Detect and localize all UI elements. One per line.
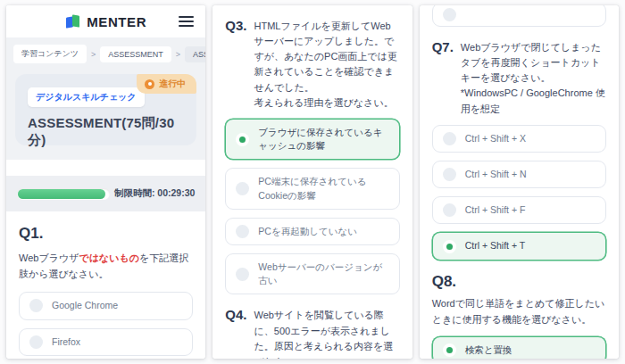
- panel-questions-3-4: Q3. HTMLファイルを更新してWebサーバーにアップしました。ですが、あなた…: [212, 5, 412, 359]
- breadcrumb: 学習コンテンツ > ASSESSMENT > ASSESSME: [6, 37, 205, 70]
- answer-options: Google Chrome Firefox: [19, 292, 193, 359]
- answer-option-find-replace[interactable]: 検索と置換: [432, 336, 606, 359]
- radio-icon: [443, 8, 456, 21]
- progress-bar-fill: [18, 189, 105, 199]
- answer-options: Ctrl + Shift + X Ctrl + Shift + N Ctrl +…: [432, 125, 606, 261]
- question-text: Wordで同じ単語をまとめて修正したいときに使用する機能を選びなさい。: [432, 295, 606, 327]
- answer-option-firefox[interactable]: Firefox: [19, 328, 193, 356]
- category-label: デジタルスキルチェック: [28, 87, 145, 107]
- question-1-block: Q1. Webブラウザではないものを下記選択肢から選びなさい。 Google C…: [6, 211, 205, 359]
- option-label: Ctrl + Shift + X: [465, 130, 526, 147]
- radio-icon: [443, 132, 456, 145]
- radio-icon: [236, 225, 249, 238]
- radio-icon: [443, 168, 456, 181]
- radio-selected-icon: [236, 133, 249, 146]
- question-number: Q4.: [225, 307, 246, 359]
- answer-option-partial[interactable]: [432, 5, 606, 27]
- radio-selected-icon: [443, 240, 456, 253]
- question-text: Webサイトを閲覧している際に、500エラーが表示されました。原因と考えられる内…: [254, 307, 400, 359]
- answer-option-google-chrome[interactable]: Google Chrome: [19, 292, 193, 319]
- menter-logo[interactable]: MENTER: [65, 14, 146, 29]
- screenshot-collage: MENTER 学習コンテンツ > ASSESSMENT > ASSESSME 進…: [0, 0, 625, 364]
- spacer: [6, 160, 205, 176]
- assessment-card: 進行中 デジタルスキルチェック ASSESSMENT(75問/30分): [15, 74, 196, 145]
- assessment-card-section: 進行中 デジタルスキルチェック ASSESSMENT(75問/30分): [6, 70, 205, 160]
- question-number: Q8.: [432, 273, 606, 291]
- option-label: 検索と置換: [465, 342, 512, 359]
- menter-logo-text: MENTER: [87, 14, 146, 29]
- question-8-block: Q8. Wordで同じ単語をまとめて修正したいときに使用する機能を選びなさい。: [432, 273, 606, 327]
- option-label: Google Chrome: [52, 297, 118, 314]
- hamburger-menu-icon[interactable]: [179, 13, 194, 29]
- answer-option-ctrl-shift-f[interactable]: Ctrl + Shift + F: [432, 196, 606, 224]
- question-text: HTMLファイルを更新してWebサーバーにアップしました。ですが、あなたのPC画…: [254, 18, 400, 111]
- question-7-block: Q7. Webブラウザで閉じてしまったタブを再度開くショートカットキーを選びなさ…: [432, 39, 606, 117]
- option-label: PC端末に保存されているCookieの影響: [258, 173, 388, 203]
- question-text: Webブラウザではないものを下記選択肢から選びなさい。: [19, 250, 193, 282]
- radio-icon: [236, 268, 249, 281]
- breadcrumb-separator-icon: >: [91, 50, 96, 59]
- question-text-highlight: ではないもの: [79, 252, 139, 263]
- question-number: Q3.: [225, 18, 246, 111]
- question-number: Q7.: [432, 39, 454, 117]
- time-limit-label: 制限時間: 00:29:30: [114, 187, 195, 200]
- in-progress-icon: [145, 79, 154, 89]
- breadcrumb-item-learning-contents[interactable]: 学習コンテンツ: [13, 45, 87, 63]
- panel-assessment-start: MENTER 学習コンテンツ > ASSESSMENT > ASSESSME 進…: [6, 5, 205, 359]
- menter-logo-icon: [65, 14, 81, 29]
- question-number: Q1.: [19, 225, 193, 243]
- radio-icon: [29, 335, 43, 349]
- radio-icon: [236, 182, 249, 195]
- option-label: ブラウザに保存されているキャッシュの影響: [258, 124, 388, 154]
- question-scroll-area: Q7. Webブラウザで閉じてしまったタブを再度開くショートカットキーを選びなさ…: [420, 5, 619, 359]
- option-label: Ctrl + Shift + F: [465, 202, 526, 219]
- breadcrumb-item-assessment[interactable]: ASSESSMENT: [100, 46, 171, 62]
- option-label: Ctrl + Shift + T: [465, 237, 526, 254]
- question-scroll-area: Q3. HTMLファイルを更新してWebサーバーにアップしました。ですが、あなた…: [212, 5, 412, 359]
- radio-icon: [29, 299, 43, 312]
- question-text: Webブラウザで閉じてしまったタブを再度開くショートカットキーを選びなさい。 *…: [461, 39, 606, 117]
- question-3-block: Q3. HTMLファイルを更新してWebサーバーにアップしました。ですが、あなた…: [225, 18, 399, 111]
- answer-option-browser-cache[interactable]: ブラウザに保存されているキャッシュの影響: [225, 119, 399, 160]
- option-label: Webサーバーのバージョンが古い: [258, 259, 388, 289]
- app-header: MENTER: [6, 5, 205, 37]
- radio-icon: [443, 203, 456, 217]
- answer-option-ctrl-shift-n[interactable]: Ctrl + Shift + N: [432, 161, 606, 188]
- answer-option-no-restart[interactable]: PCを再起動していない: [225, 218, 399, 245]
- option-label: Firefox: [52, 334, 80, 351]
- option-label: Ctrl + Shift + N: [465, 166, 527, 183]
- answer-options: 検索と置換 翻訳: [432, 336, 606, 359]
- panel-questions-7-8: Q7. Webブラウザで閉じてしまったタブを再度開くショートカットキーを選びなさ…: [420, 5, 619, 359]
- status-badge: 進行中: [137, 74, 196, 94]
- option-label: PCを再起動していない: [258, 223, 357, 240]
- status-badge-label: 進行中: [159, 78, 186, 90]
- answer-option-ctrl-shift-t[interactable]: Ctrl + Shift + T: [432, 232, 606, 260]
- question-4-block: Q4. Webサイトを閲覧している際に、500エラーが表示されました。原因と考え…: [225, 307, 399, 359]
- answer-option-old-server-version[interactable]: Webサーバーのバージョンが古い: [225, 253, 399, 294]
- assessment-title: ASSESSMENT(75問/30分): [28, 115, 184, 149]
- breadcrumb-item-current[interactable]: ASSESSME: [185, 46, 205, 62]
- progress-bar: [17, 188, 110, 200]
- question-text-part: Webブラウザ: [19, 252, 79, 263]
- breadcrumb-separator-icon: >: [176, 50, 180, 59]
- radio-selected-icon: [443, 343, 456, 357]
- timer-bar: 制限時間: 00:29:30: [6, 176, 205, 211]
- answer-option-cookie[interactable]: PC端末に保存されているCookieの影響: [225, 168, 399, 209]
- answer-options: ブラウザに保存されているキャッシュの影響 PC端末に保存されているCookieの…: [225, 119, 399, 295]
- answer-option-ctrl-shift-x[interactable]: Ctrl + Shift + X: [432, 125, 606, 153]
